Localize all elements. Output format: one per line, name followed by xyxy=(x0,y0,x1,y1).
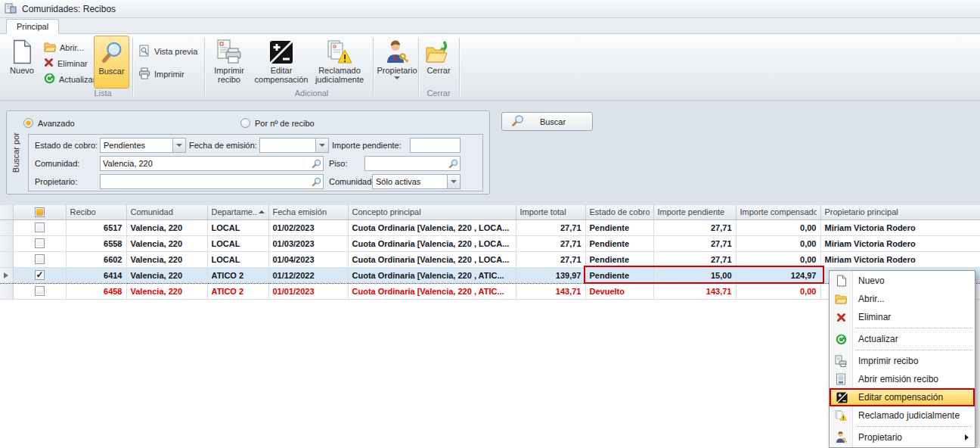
propietario-button[interactable]: Propietario xyxy=(376,36,418,89)
column-header-fecha-emision[interactable]: Fecha emisión xyxy=(268,205,348,219)
comunidades-select[interactable]: Sólo activas xyxy=(372,174,461,189)
cell-fecha-emision: 01/01/2023 xyxy=(268,283,348,299)
reclamado-judicialmente-button[interactable]: Reclamado judicialmente xyxy=(309,36,370,89)
radio-dot xyxy=(23,118,33,128)
estado-de-cobro-select[interactable]: Pendientes xyxy=(100,138,186,153)
menu-item-imprimir-recibo[interactable]: Imprimir recibo xyxy=(830,352,975,370)
cell-departamento: LOCAL xyxy=(207,235,268,251)
cell-comunidad: Valencia, 220 xyxy=(126,219,207,235)
piso-input[interactable] xyxy=(365,159,447,168)
menu-item-label: Imprimir recibo xyxy=(852,356,918,366)
refresh-icon xyxy=(830,334,852,345)
row-checkbox[interactable] xyxy=(35,286,45,296)
propietario-input[interactable] xyxy=(101,177,310,186)
buscar-ribbon-button[interactable]: Buscar xyxy=(94,36,129,89)
row-indicator xyxy=(0,283,13,299)
ribbon-group-cerrar: Cerrar Cerrar xyxy=(419,34,458,100)
select-all-checkbox[interactable] xyxy=(35,207,45,217)
cell-propietario: Miriam Victoria Rodero xyxy=(820,219,980,235)
cell-fecha-emision: 01/02/2023 xyxy=(268,219,348,235)
column-header-importe-compensado[interactable]: Importe compensado xyxy=(736,205,820,219)
cell-importe-total: 143,71 xyxy=(516,283,585,299)
ribbon-divider xyxy=(132,38,133,96)
cell-importe-compensado: 124,97 xyxy=(736,267,820,283)
column-header-propietario-principal[interactable]: Propietario principal xyxy=(820,205,980,219)
open-folder-icon xyxy=(44,42,56,54)
row-checkbox[interactable] xyxy=(35,238,45,248)
menu-item-actualizar[interactable]: Actualizar xyxy=(830,330,975,348)
select-all-header[interactable] xyxy=(13,205,66,219)
print-receipt-icon xyxy=(830,355,852,367)
search-icon[interactable] xyxy=(310,177,323,187)
menu-item-label: Eliminar xyxy=(852,312,891,322)
menu-item-label: Abrir... xyxy=(852,294,885,304)
search-icon[interactable] xyxy=(310,159,323,169)
new-document-icon xyxy=(11,38,33,66)
cell-estado-de-cobro: Pendiente xyxy=(585,235,653,251)
cell-importe-compensado: 0,00 xyxy=(736,219,820,235)
menu-item-nuevo[interactable]: Nuevo xyxy=(830,272,975,290)
column-header-concepto-principal[interactable]: Concepto principal xyxy=(348,205,516,219)
cerrar-button[interactable]: Cerrar xyxy=(421,36,456,89)
abrir-button[interactable]: Abrir... xyxy=(44,40,84,54)
open-folder-icon xyxy=(830,294,852,304)
column-header-departame[interactable]: Departame... xyxy=(207,205,268,219)
cell-recibo: 6414 xyxy=(66,267,126,283)
importe-pendiente-input[interactable] xyxy=(410,138,461,153)
cell-departamento: ATICO 2 xyxy=(207,267,268,283)
radio-avanzado[interactable]: Avanzado xyxy=(23,118,75,128)
search-icon xyxy=(511,114,524,129)
fecha-emision-select[interactable] xyxy=(259,138,329,153)
dropdown-button[interactable] xyxy=(447,175,460,188)
row-checkbox[interactable] xyxy=(35,254,45,264)
vista-previa-button[interactable]: Vista previa xyxy=(138,44,197,58)
chevron-down-icon xyxy=(451,180,457,183)
column-header-recibo[interactable]: Recibo xyxy=(66,205,126,219)
chevron-down-icon xyxy=(176,144,182,147)
column-header-comunidad[interactable]: Comunidad xyxy=(126,205,207,219)
eliminar-button[interactable]: Eliminar xyxy=(44,56,88,70)
table-row-6558[interactable]: 6558Valencia, 220LOCAL01/03/2023Cuota Or… xyxy=(0,235,980,251)
propietario-label: Propietario: xyxy=(35,177,77,186)
editar-compensacion-button[interactable]: Editar compensación xyxy=(253,36,309,89)
nuevo-button[interactable]: Nuevo xyxy=(5,36,39,89)
column-header-importe-total[interactable]: Importe total xyxy=(516,205,585,219)
menu-item-label: Nuevo xyxy=(852,275,885,286)
buscar-button[interactable]: Buscar xyxy=(501,112,593,131)
menu-item-abrir[interactable]: Abrir... xyxy=(830,290,975,308)
menu-item-eliminar[interactable]: Eliminar xyxy=(830,308,975,326)
print-receipt-icon xyxy=(216,38,243,66)
row-checkbox[interactable] xyxy=(35,222,45,232)
cell-propietario: Miriam Victoria Rodero xyxy=(820,235,980,251)
cell-importe-total: 27,71 xyxy=(516,251,585,267)
table-row-6517[interactable]: 6517Valencia, 220LOCAL01/02/2023Cuota Or… xyxy=(0,219,980,235)
cell-importe-compensado: 0,00 xyxy=(736,235,820,251)
delete-icon xyxy=(44,58,54,69)
comunidad-input[interactable] xyxy=(101,159,310,168)
imprimir-button[interactable]: Imprimir xyxy=(138,67,185,81)
radio-por-numero-recibo[interactable]: Por nº de recibo xyxy=(240,118,315,128)
cell-concepto: Cuota Ordinaria [Valencia, 220 , LOCA... xyxy=(348,251,516,267)
tab-strip: Principal xyxy=(0,18,980,34)
comunidad-field xyxy=(100,156,324,171)
actualizar-button[interactable]: Actualizar xyxy=(44,72,95,86)
menu-item-propietario[interactable]: Propietario xyxy=(830,428,975,446)
column-header-estado-de-cobro[interactable]: Estado de cobro xyxy=(585,205,653,219)
dropdown-button[interactable] xyxy=(172,138,185,152)
close-folder-icon xyxy=(425,38,452,66)
dropdown-button[interactable] xyxy=(315,138,328,152)
estado-de-cobro-label: Estado de cobro: xyxy=(35,141,98,150)
imprimir-recibo-button[interactable]: Imprimir recibo xyxy=(206,36,252,89)
tab-principal[interactable]: Principal xyxy=(6,19,59,34)
menu-item-reclamado-judicialmente[interactable]: Reclamado judicialmente xyxy=(830,406,975,425)
table-row-6602[interactable]: 6602Valencia, 220LOCAL01/04/2023Cuota Or… xyxy=(0,251,980,267)
menu-item-abrir-emision-recibo[interactable]: Abrir emisión recibo xyxy=(830,370,975,388)
menu-item-editar-compensacion[interactable]: Editar compensación xyxy=(830,388,975,406)
cell-departamento: LOCAL xyxy=(207,251,268,267)
cell-comunidad: Valencia, 220 xyxy=(126,251,207,267)
group-label-adicional: Adicional xyxy=(205,89,418,98)
row-checkbox[interactable] xyxy=(35,270,45,280)
column-header-importe-pendiente[interactable]: Importe pendiente xyxy=(653,205,736,219)
search-icon[interactable] xyxy=(447,159,460,169)
cell-recibo: 6517 xyxy=(66,219,126,235)
